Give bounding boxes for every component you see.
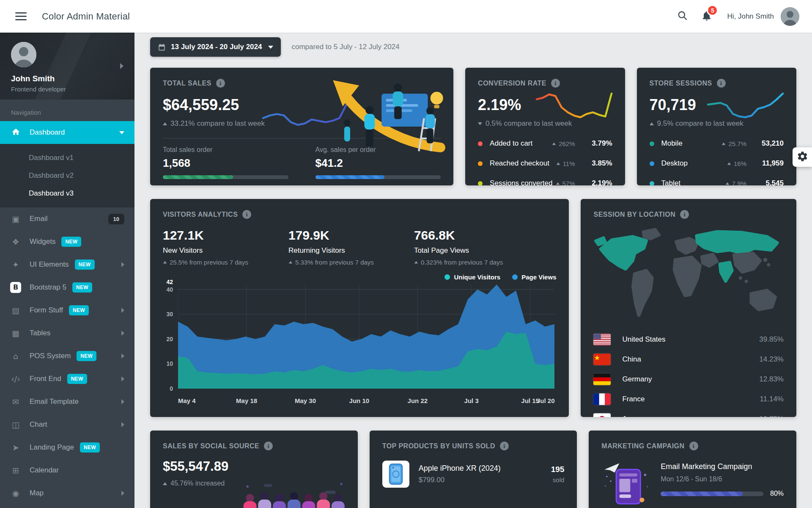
info-icon[interactable]: i (500, 442, 509, 450)
sidebar-subitem-dashboard-v2[interactable]: Dashboard v2 (0, 167, 134, 185)
metric-row-added-to-cart: Added to cart 262% 3.79% (478, 139, 612, 148)
sidebar-item-front-end[interactable]: ‹/› Front End NEW (0, 367, 134, 390)
sales-stat-total-sales-order: Total sales order 1,568 (163, 146, 288, 179)
sidebar-item-pos-system[interactable]: ⌂ POS System NEW (0, 345, 134, 367)
store-sessions-card: STORE SESSIONSi 70,719 9.5% compare to l… (637, 68, 796, 185)
campaign-dates: Mon 12/6 - Sun 18/6 (661, 475, 784, 483)
arrow-up-icon (163, 482, 167, 485)
info-icon[interactable]: i (216, 79, 225, 88)
visitors-area-chart[interactable]: Unique VisitorsPage Views 01020304042 Ma… (163, 273, 556, 405)
people-illustration (239, 478, 354, 508)
chevron-right-icon (121, 262, 124, 267)
metric-row-mobile: Mobile 25.7% 53,210 (650, 139, 784, 148)
series-dot (478, 141, 483, 146)
sidebar-item-tables[interactable]: ▦ Tables (0, 322, 134, 345)
sidebar-item-gallery[interactable]: ✺ Gallery (0, 505, 134, 508)
progress-bar (163, 175, 288, 179)
sidebar-item-email-template[interactable]: ✉ Email Template (0, 390, 134, 413)
cn-flag-icon (593, 353, 611, 365)
info-icon[interactable]: i (264, 442, 273, 450)
sidebar-item-form-stuff[interactable]: ▤ Form Stuff NEW (0, 299, 134, 322)
chart-legend: Unique VisitorsPage Views (444, 273, 556, 281)
sidebar-item-bootstrap-5[interactable]: B Bootstrap 5 NEW (0, 276, 134, 299)
sales-social-card: SALES BY SOCIAL SOURCEi $55,547.89 45.76… (150, 431, 358, 508)
progress-bar (315, 175, 441, 179)
search-button[interactable] (677, 10, 688, 22)
sidebar-nav: ▣ Email 10 ❖ Widgets NEW ✦ UI Elements N… (0, 207, 134, 508)
sidebar-item-dashboard[interactable]: Dashboard (0, 121, 134, 144)
user-menu[interactable]: Hi, John Smith (727, 7, 799, 26)
chevron-down-icon (268, 46, 273, 49)
metric-row-reached-checkout: Reached checkout 11% 3.85% (478, 159, 612, 168)
new-badge: NEW (67, 374, 87, 384)
nav-section-label: Navigation (0, 99, 134, 121)
country-row-china: China 14.23% (593, 353, 784, 365)
metric-row-tablet: Tablet 7.9% 5,545 (650, 179, 784, 185)
sidebar-item-landing-page[interactable]: ➤ Landing Page NEW (0, 436, 134, 459)
profile-expand-chevron-icon (120, 63, 123, 69)
sidebar-subitem-dashboard-v3[interactable]: Dashboard v3 (0, 185, 134, 202)
info-icon[interactable]: i (242, 210, 251, 219)
inbox-icon: ▣ (10, 214, 21, 224)
new-badge: NEW (77, 351, 96, 361)
campaign-name: Email Marketing Campaign (661, 462, 784, 471)
file-icon: ▤ (10, 306, 21, 315)
sidebar-item-widgets[interactable]: ❖ Widgets NEW (0, 230, 134, 253)
arrow-up-icon (650, 122, 654, 125)
gear-icon (797, 151, 808, 163)
user-greeting: Hi, John Smith (727, 12, 774, 21)
top-products-card: TOP PRODUCTS BY UNITS SOLDi Apple iPhone… (370, 431, 577, 508)
total-sales-card: TOTAL SALESi $64,559.25 33.21% compare t… (150, 68, 453, 185)
email-campaign-illustration (601, 458, 652, 505)
world-map[interactable] (593, 224, 784, 324)
legend-dot (444, 274, 450, 280)
jp-flag-icon (593, 413, 611, 417)
new-badge: NEW (80, 442, 100, 453)
units-sold-label: sold (551, 476, 565, 483)
sidebar-profile[interactable]: John Smith Frontend developer (0, 33, 134, 99)
visitor-stat-total-page-views: 766.8K Total Page Views 0.323% from prev… (414, 228, 503, 266)
new-badge: NEW (72, 282, 92, 293)
theme-settings-button[interactable] (793, 147, 812, 167)
chevron-right-icon (121, 422, 124, 427)
visitor-stat-new-visitors: 127.1K New Visitors 25.5% from previous … (163, 228, 248, 266)
gem-icon: ✦ (10, 260, 21, 269)
conversion-rate-card: CONVERSION RATEi 2.19% 0.5% compare to l… (465, 68, 625, 185)
info-icon[interactable]: i (689, 442, 698, 450)
chevron-right-icon (121, 331, 124, 336)
date-range-picker-button[interactable]: 13 July 2024 - 20 July 2024 (150, 37, 281, 57)
table-icon: ▦ (10, 329, 21, 338)
info-icon[interactable]: i (717, 79, 726, 88)
product-image (382, 461, 409, 488)
sidebar-subitem-dashboard-v1[interactable]: Dashboard v1 (0, 149, 134, 167)
sidebar-item-email[interactable]: ▣ Email 10 (0, 207, 134, 230)
sidebar: John Smith Frontend developer Navigation… (0, 33, 134, 508)
info-icon[interactable]: i (680, 210, 689, 219)
menu-toggle-button[interactable] (13, 8, 29, 25)
chevron-right-icon (121, 376, 124, 381)
calendar-icon (158, 43, 166, 51)
arrow-up-icon (552, 142, 556, 145)
sidebar-item-label: Dashboard (30, 128, 65, 137)
sidebar-item-ui-elements[interactable]: ✦ UI Elements NEW (0, 253, 134, 276)
arrow-up-icon (556, 182, 560, 185)
session-by-location-card: SESSION BY LOCATIONi (581, 199, 796, 417)
product-price: $799.00 (419, 476, 501, 484)
de-flag-icon (593, 373, 611, 385)
info-icon[interactable]: i (551, 79, 560, 88)
notifications-button[interactable]: 5 (701, 10, 713, 23)
profile-avatar (11, 42, 36, 67)
series-dot (478, 181, 483, 186)
arrow-up-icon (556, 162, 560, 165)
arrow-up-icon (727, 162, 731, 165)
sidebar-item-map[interactable]: ◉ Map (0, 482, 134, 505)
sidebar-item-chart[interactable]: ◫ Chart (0, 413, 134, 436)
sidebar-item-calendar[interactable]: ⊞ Calendar (0, 459, 134, 482)
arrow-up-icon (163, 122, 167, 125)
rocket-icon: ➤ (10, 443, 21, 452)
new-badge: NEW (69, 305, 89, 315)
count-badge: 10 (108, 214, 124, 224)
puzzle-icon: ❖ (10, 237, 21, 246)
home-icon (10, 127, 21, 138)
chevron-right-icon (121, 308, 124, 313)
